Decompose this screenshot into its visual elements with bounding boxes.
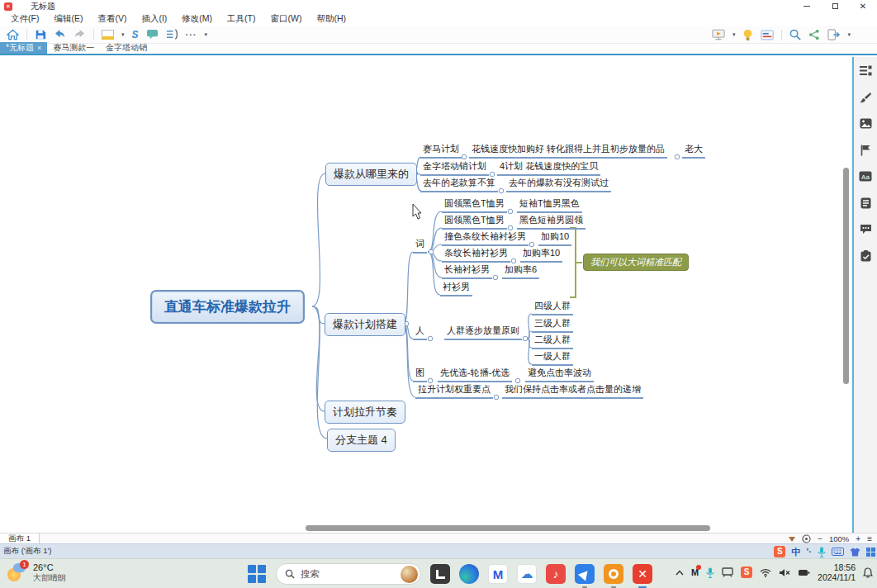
more-tools-icon[interactable]: ··· bbox=[186, 30, 197, 40]
topic-word-item4-value[interactable]: 加购率10 bbox=[520, 247, 562, 263]
volume-muted-icon[interactable] bbox=[779, 568, 790, 577]
menu-insert[interactable]: 插入(I) bbox=[134, 13, 174, 25]
ime-toolbox-icon[interactable] bbox=[866, 548, 875, 557]
cloud-app-icon[interactable]: ☁ bbox=[517, 564, 537, 584]
topic-pic[interactable]: 图 bbox=[413, 367, 427, 382]
topic-lastyear[interactable]: 去年的老款算不算 bbox=[420, 177, 498, 192]
music-app-icon[interactable]: ♪ bbox=[546, 564, 566, 584]
doc-tab-untitled[interactable]: *无标题 × bbox=[0, 42, 47, 54]
callout-icon[interactable] bbox=[146, 29, 159, 40]
topic-pic-strategy[interactable]: 先优选-轮播-优选 bbox=[438, 367, 512, 382]
mindmaster-app-icon[interactable]: M bbox=[488, 564, 508, 584]
topic-word-item1-value[interactable]: 短袖T恤男黑色 bbox=[517, 197, 582, 213]
more-tools-caret-icon[interactable]: ▾ bbox=[205, 31, 208, 38]
tray-mic-icon[interactable] bbox=[706, 567, 714, 578]
topic-group-l3[interactable]: 三级人群 bbox=[532, 317, 573, 333]
zoom-find-icon[interactable] bbox=[789, 29, 801, 40]
close-button[interactable]: ✕ bbox=[849, 0, 877, 12]
topic-word-item4[interactable]: 条纹长袖衬衫男 bbox=[442, 247, 510, 263]
topic-word-item1[interactable]: 圆领黑色T恤男 bbox=[442, 197, 507, 213]
topic-word-item5[interactable]: 长袖衬衫男 bbox=[442, 263, 492, 279]
topic-pyramid-detail[interactable]: 4计划 花钱速度快的宝贝 bbox=[497, 160, 600, 176]
save-icon[interactable] bbox=[35, 29, 46, 40]
topic-pyramid-plan[interactable]: 金字塔动销计划 bbox=[420, 160, 489, 176]
topic-group-l4[interactable]: 四级人群 bbox=[532, 300, 573, 315]
topic-group-l2[interactable]: 二级人群 bbox=[532, 334, 573, 349]
canvas-horizontal-scrollbar[interactable] bbox=[306, 525, 710, 531]
branch-topic-3[interactable]: 计划拉升节奏 bbox=[325, 401, 405, 424]
topic-weight[interactable]: 拉升计划权重要点 bbox=[415, 383, 493, 399]
canvas-tab[interactable]: 画布 1 bbox=[0, 533, 40, 544]
zoom-out-button[interactable]: − bbox=[818, 534, 822, 543]
topic-lastyear-detail[interactable]: 去年的爆款有没有测试过 bbox=[506, 177, 611, 192]
topic-pic-note[interactable]: 避免点击率波动 bbox=[525, 367, 594, 382]
relationship-icon[interactable]: S bbox=[132, 29, 139, 40]
outline-numbering-icon[interactable] bbox=[166, 29, 178, 40]
undo-icon[interactable] bbox=[54, 29, 66, 40]
edge-browser-icon[interactable] bbox=[459, 564, 479, 584]
minimize-button[interactable] bbox=[793, 0, 821, 12]
clock-widget[interactable]: 18:56 2024/11/1 bbox=[818, 562, 856, 582]
active-mindmap-app-icon[interactable]: ✕ bbox=[633, 564, 652, 584]
wifi-icon[interactable] bbox=[760, 568, 771, 577]
tray-display-icon[interactable] bbox=[722, 567, 733, 577]
menu-help[interactable]: 帮助(H) bbox=[309, 13, 353, 25]
callout-green[interactable]: 我们可以大词精准匹配 bbox=[583, 254, 689, 271]
battery-icon[interactable] bbox=[798, 568, 810, 577]
image-panel-icon[interactable] bbox=[859, 116, 873, 130]
maximize-button[interactable] bbox=[821, 0, 849, 12]
topic-laoda[interactable]: 老大 bbox=[682, 143, 705, 159]
ime-keyboard-icon[interactable] bbox=[832, 548, 844, 556]
task-panel-icon[interactable] bbox=[859, 249, 873, 263]
doc-tab-jinzita[interactable]: 金字塔动销 bbox=[100, 42, 153, 54]
share-icon[interactable] bbox=[808, 29, 820, 40]
font-panel-icon[interactable]: Aa bbox=[859, 169, 873, 183]
home-icon[interactable] bbox=[7, 29, 19, 40]
flag-panel-icon[interactable] bbox=[859, 143, 873, 157]
branch-topic-4[interactable]: 分支主题 4 bbox=[327, 429, 396, 452]
tray-sogou-icon[interactable]: S bbox=[741, 567, 752, 578]
tray-chevron-up-icon[interactable] bbox=[676, 570, 684, 576]
ime-punctuation-toggle[interactable]: ’· bbox=[806, 547, 812, 557]
topic-weight-detail[interactable]: 我们保持点击率或者点击量的递增 bbox=[502, 383, 643, 399]
slideshow-traversal-icon[interactable] bbox=[761, 30, 774, 40]
export-icon[interactable] bbox=[827, 29, 840, 40]
tray-mindmaster-icon[interactable]: M bbox=[691, 567, 699, 577]
canvas-vertical-scrollbar[interactable] bbox=[843, 168, 849, 384]
topic-word[interactable]: 词 bbox=[413, 238, 427, 254]
topic-word-item2-value[interactable]: 黑色短袖男圆领 bbox=[517, 214, 585, 230]
topic-people-principle[interactable]: 人群逐步放量原则 bbox=[444, 325, 522, 340]
ime-skin-icon[interactable] bbox=[850, 548, 860, 557]
filter-icon[interactable] bbox=[789, 537, 795, 542]
topic-saima-detail[interactable]: 花钱速度快加购好 转化跟得上并且初步放量的品 bbox=[469, 143, 667, 159]
topic-word-item3[interactable]: 撞色条纹长袖衬衫男 bbox=[442, 230, 529, 246]
redo-icon[interactable] bbox=[73, 29, 86, 40]
topic-word-item6[interactable]: 衬衫男 bbox=[440, 281, 472, 296]
theme-brush-icon[interactable] bbox=[859, 90, 873, 104]
ime-mic-icon[interactable] bbox=[818, 547, 826, 557]
menu-file[interactable]: 文件(F) bbox=[3, 13, 46, 25]
locate-center-icon[interactable] bbox=[802, 534, 811, 543]
camera-app-icon[interactable] bbox=[604, 564, 623, 584]
branch-topic-1[interactable]: 爆款从哪里来的 bbox=[325, 163, 417, 186]
weather-widget[interactable]: 1 26°C 大部晴朗 bbox=[7, 562, 66, 583]
topic-people[interactable]: 人 bbox=[413, 325, 427, 340]
topic-word-item3-value[interactable]: 加购10 bbox=[538, 230, 571, 246]
branch-topic-2[interactable]: 爆款计划搭建 bbox=[325, 313, 405, 336]
export-caret-icon[interactable]: ▾ bbox=[847, 31, 851, 38]
mindmap-canvas[interactable]: 直通车标准爆款拉升 爆款从哪里来的 爆款计划搭建 计划拉升节奏 分支主题 4 赛… bbox=[0, 57, 852, 533]
zoom-in-button[interactable]: + bbox=[856, 534, 860, 543]
comment-panel-icon[interactable] bbox=[859, 222, 873, 236]
taskbar-search[interactable]: 搜索 bbox=[276, 563, 421, 585]
format-theme-caret-icon[interactable]: ▾ bbox=[121, 31, 125, 38]
search-highlight-image[interactable] bbox=[401, 566, 418, 583]
presentation-caret-icon[interactable]: ▾ bbox=[732, 31, 736, 38]
thunder-app-icon[interactable] bbox=[575, 564, 595, 584]
menu-window[interactable]: 窗口(W) bbox=[263, 13, 310, 25]
presentation-icon[interactable] bbox=[712, 29, 725, 40]
topic-group-l1[interactable]: 一级人群 bbox=[532, 350, 573, 366]
menu-edit[interactable]: 编辑(E) bbox=[46, 13, 90, 25]
doc-tab-saima[interactable]: 赛马测款一 bbox=[47, 42, 100, 54]
menu-modify[interactable]: 修改(M) bbox=[174, 13, 220, 25]
central-topic[interactable]: 直通车标准爆款拉升 bbox=[150, 290, 305, 324]
